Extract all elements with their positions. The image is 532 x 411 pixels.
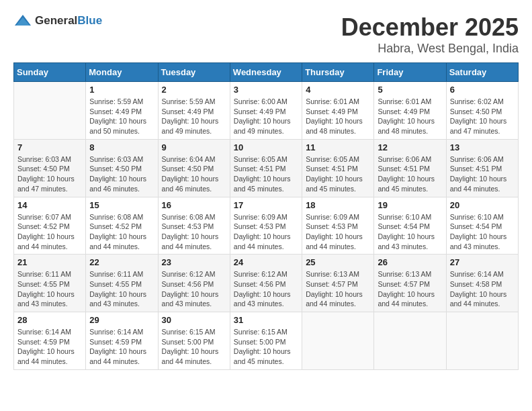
calendar-cell: 19Sunrise: 6:10 AMSunset: 4:54 PMDayligh…: [374, 197, 446, 255]
calendar-table: SundayMondayTuesdayWednesdayThursdayFrid…: [13, 62, 519, 370]
calendar-cell: 22Sunrise: 6:11 AMSunset: 4:55 PMDayligh…: [86, 255, 158, 312]
day-info: Sunrise: 6:06 AMSunset: 4:51 PMDaylight:…: [378, 154, 442, 194]
calendar-cell: 9Sunrise: 6:04 AMSunset: 4:50 PMDaylight…: [158, 139, 230, 197]
calendar-week-row: 7Sunrise: 6:03 AMSunset: 4:50 PMDaylight…: [14, 139, 519, 197]
day-info: Sunrise: 6:09 AMSunset: 4:53 PMDaylight:…: [306, 212, 370, 252]
day-number: 3: [234, 85, 298, 95]
calendar-week-row: 1Sunrise: 5:59 AMSunset: 4:49 PMDaylight…: [14, 82, 519, 140]
calendar-cell: 13Sunrise: 6:06 AMSunset: 4:51 PMDayligh…: [446, 139, 518, 197]
day-info: Sunrise: 6:03 AMSunset: 4:50 PMDaylight:…: [17, 154, 82, 194]
calendar-cell: 10Sunrise: 6:05 AMSunset: 4:51 PMDayligh…: [230, 139, 302, 197]
calendar-cell: 30Sunrise: 6:15 AMSunset: 5:00 PMDayligh…: [158, 312, 230, 370]
day-number: 21: [17, 257, 82, 267]
day-info: Sunrise: 6:07 AMSunset: 4:52 PMDaylight:…: [17, 212, 82, 252]
calendar-cell: 16Sunrise: 6:08 AMSunset: 4:53 PMDayligh…: [158, 197, 230, 255]
weekday-header: Monday: [86, 63, 158, 82]
calendar-cell: 8Sunrise: 6:03 AMSunset: 4:50 PMDaylight…: [86, 139, 158, 197]
day-info: Sunrise: 6:15 AMSunset: 5:00 PMDaylight:…: [162, 327, 226, 367]
day-info: Sunrise: 6:03 AMSunset: 4:50 PMDaylight:…: [89, 154, 154, 194]
calendar-cell: 27Sunrise: 6:14 AMSunset: 4:58 PMDayligh…: [446, 255, 518, 312]
day-info: Sunrise: 6:14 AMSunset: 4:59 PMDaylight:…: [89, 327, 154, 367]
day-number: 6: [450, 85, 515, 95]
day-number: 14: [17, 200, 82, 210]
day-number: 26: [378, 257, 442, 267]
day-number: 25: [306, 257, 370, 267]
day-info: Sunrise: 6:12 AMSunset: 4:56 PMDaylight:…: [234, 269, 298, 309]
calendar-cell: 25Sunrise: 6:13 AMSunset: 4:57 PMDayligh…: [302, 255, 374, 312]
day-info: Sunrise: 6:12 AMSunset: 4:56 PMDaylight:…: [162, 269, 226, 309]
title-area: December 2025 Habra, West Bengal, India: [341, 13, 519, 56]
calendar-cell: 3Sunrise: 6:00 AMSunset: 4:49 PMDaylight…: [230, 82, 302, 140]
day-number: 7: [17, 142, 82, 152]
day-number: 4: [306, 85, 370, 95]
day-info: Sunrise: 6:00 AMSunset: 4:49 PMDaylight:…: [234, 97, 298, 136]
calendar-cell: 28Sunrise: 6:14 AMSunset: 4:59 PMDayligh…: [14, 312, 86, 370]
day-number: 29: [89, 315, 154, 325]
day-number: 13: [450, 142, 515, 152]
day-number: 15: [89, 200, 154, 210]
day-number: 11: [306, 142, 370, 152]
calendar-cell: [446, 312, 518, 370]
calendar-cell: [14, 82, 86, 140]
calendar-cell: 2Sunrise: 5:59 AMSunset: 4:49 PMDaylight…: [158, 82, 230, 140]
day-number: 27: [450, 257, 515, 267]
day-info: Sunrise: 6:08 AMSunset: 4:52 PMDaylight:…: [89, 212, 154, 252]
day-number: 30: [162, 315, 226, 325]
day-info: Sunrise: 6:13 AMSunset: 4:57 PMDaylight:…: [378, 269, 442, 309]
weekday-header: Tuesday: [158, 63, 230, 82]
logo-general: General: [35, 14, 77, 27]
day-info: Sunrise: 6:09 AMSunset: 4:53 PMDaylight:…: [234, 212, 298, 252]
logo: GeneralBlue: [13, 13, 102, 28]
day-number: 2: [162, 85, 226, 95]
day-info: Sunrise: 6:02 AMSunset: 4:50 PMDaylight:…: [450, 97, 515, 136]
header: GeneralBlue December 2025 Habra, West Be…: [13, 13, 519, 56]
day-info: Sunrise: 6:08 AMSunset: 4:53 PMDaylight:…: [162, 212, 226, 252]
day-number: 28: [17, 315, 82, 325]
calendar-cell: 21Sunrise: 6:11 AMSunset: 4:55 PMDayligh…: [14, 255, 86, 312]
day-number: 17: [234, 200, 298, 210]
calendar-cell: 20Sunrise: 6:10 AMSunset: 4:54 PMDayligh…: [446, 197, 518, 255]
day-number: 5: [378, 85, 442, 95]
day-info: Sunrise: 6:05 AMSunset: 4:51 PMDaylight:…: [234, 154, 298, 194]
day-number: 19: [378, 200, 442, 210]
day-info: Sunrise: 6:11 AMSunset: 4:55 PMDaylight:…: [17, 269, 82, 309]
calendar-cell: 14Sunrise: 6:07 AMSunset: 4:52 PMDayligh…: [14, 197, 86, 255]
weekday-header: Sunday: [14, 63, 86, 82]
calendar-cell: 6Sunrise: 6:02 AMSunset: 4:50 PMDaylight…: [446, 82, 518, 140]
day-info: Sunrise: 6:05 AMSunset: 4:51 PMDaylight:…: [306, 154, 370, 194]
calendar-cell: 24Sunrise: 6:12 AMSunset: 4:56 PMDayligh…: [230, 255, 302, 312]
day-info: Sunrise: 6:01 AMSunset: 4:49 PMDaylight:…: [378, 97, 442, 136]
day-info: Sunrise: 6:10 AMSunset: 4:54 PMDaylight:…: [378, 212, 442, 252]
calendar-week-row: 21Sunrise: 6:11 AMSunset: 4:55 PMDayligh…: [14, 255, 519, 312]
day-info: Sunrise: 6:06 AMSunset: 4:51 PMDaylight:…: [450, 154, 515, 194]
calendar-cell: 11Sunrise: 6:05 AMSunset: 4:51 PMDayligh…: [302, 139, 374, 197]
calendar-cell: 31Sunrise: 6:15 AMSunset: 5:00 PMDayligh…: [230, 312, 302, 370]
day-info: Sunrise: 6:11 AMSunset: 4:55 PMDaylight:…: [89, 269, 154, 309]
day-number: 9: [162, 142, 226, 152]
day-number: 10: [234, 142, 298, 152]
day-number: 23: [162, 257, 226, 267]
weekday-header: Thursday: [302, 63, 374, 82]
day-info: Sunrise: 6:15 AMSunset: 5:00 PMDaylight:…: [234, 327, 298, 367]
calendar-week-row: 14Sunrise: 6:07 AMSunset: 4:52 PMDayligh…: [14, 197, 519, 255]
calendar-cell: 5Sunrise: 6:01 AMSunset: 4:49 PMDaylight…: [374, 82, 446, 140]
day-number: 1: [89, 85, 154, 95]
calendar-cell: 15Sunrise: 6:08 AMSunset: 4:52 PMDayligh…: [86, 197, 158, 255]
location-title: Habra, West Bengal, India: [341, 42, 519, 56]
weekday-header-row: SundayMondayTuesdayWednesdayThursdayFrid…: [14, 63, 519, 82]
day-number: 31: [234, 315, 298, 325]
day-info: Sunrise: 5:59 AMSunset: 4:49 PMDaylight:…: [162, 97, 226, 136]
calendar-cell: 23Sunrise: 6:12 AMSunset: 4:56 PMDayligh…: [158, 255, 230, 312]
calendar-cell: [374, 312, 446, 370]
day-info: Sunrise: 6:01 AMSunset: 4:49 PMDaylight:…: [306, 97, 370, 136]
calendar-cell: 7Sunrise: 6:03 AMSunset: 4:50 PMDaylight…: [14, 139, 86, 197]
day-info: Sunrise: 5:59 AMSunset: 4:49 PMDaylight:…: [89, 97, 154, 136]
day-number: 22: [89, 257, 154, 267]
day-info: Sunrise: 6:13 AMSunset: 4:57 PMDaylight:…: [306, 269, 370, 309]
day-info: Sunrise: 6:14 AMSunset: 4:58 PMDaylight:…: [450, 269, 515, 309]
day-number: 12: [378, 142, 442, 152]
calendar-cell: 18Sunrise: 6:09 AMSunset: 4:53 PMDayligh…: [302, 197, 374, 255]
day-info: Sunrise: 6:10 AMSunset: 4:54 PMDaylight:…: [450, 212, 515, 252]
calendar-cell: 12Sunrise: 6:06 AMSunset: 4:51 PMDayligh…: [374, 139, 446, 197]
month-title: December 2025: [341, 13, 519, 42]
